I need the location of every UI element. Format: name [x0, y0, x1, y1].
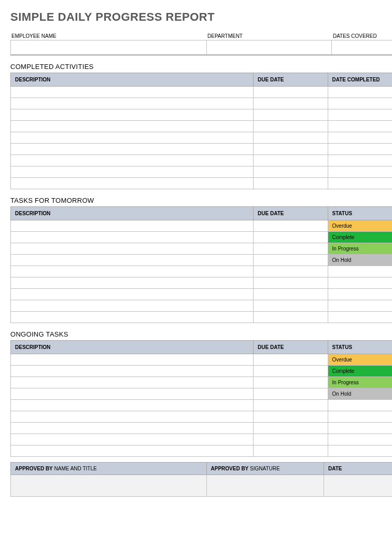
done-cell[interactable] — [328, 155, 392, 166]
approval-by-input[interactable] — [11, 475, 207, 496]
desc-cell[interactable] — [11, 231, 254, 243]
due-cell[interactable] — [254, 97, 328, 109]
department-input[interactable] — [206, 40, 332, 55]
status-cell[interactable]: Overdue — [328, 220, 392, 231]
table-row: In Progress — [11, 376, 393, 388]
table-row — [11, 311, 393, 323]
done-cell[interactable] — [328, 143, 392, 155]
status-cell[interactable]: On Hold — [328, 388, 392, 399]
desc-cell[interactable] — [11, 311, 254, 323]
desc-cell[interactable] — [11, 266, 254, 277]
desc-cell[interactable] — [11, 365, 254, 376]
desc-cell[interactable] — [11, 120, 254, 132]
due-cell[interactable] — [254, 132, 328, 143]
due-cell[interactable] — [254, 445, 328, 456]
department-label: DEPARTMENT — [206, 33, 332, 40]
table-row — [11, 288, 393, 300]
status-cell[interactable]: In Progress — [328, 243, 392, 254]
desc-cell[interactable] — [11, 411, 254, 422]
desc-cell[interactable] — [11, 434, 254, 445]
due-cell[interactable] — [254, 434, 328, 445]
done-cell[interactable] — [328, 109, 392, 120]
desc-cell[interactable] — [11, 376, 254, 388]
due-cell[interactable] — [254, 143, 328, 155]
due-cell[interactable] — [254, 254, 328, 266]
due-cell[interactable] — [254, 231, 328, 243]
status-cell[interactable] — [328, 277, 392, 288]
due-cell[interactable] — [254, 266, 328, 277]
desc-cell[interactable] — [11, 143, 254, 155]
due-cell[interactable] — [254, 120, 328, 132]
approval-signature-input[interactable] — [206, 475, 324, 496]
due-cell[interactable] — [254, 354, 328, 365]
approval-date-input[interactable] — [324, 475, 393, 496]
status-cell[interactable] — [328, 311, 392, 323]
tomorrow-table: DESCRIPTION DUE DATE STATUS OverdueCompl… — [10, 206, 392, 323]
done-cell[interactable] — [328, 177, 392, 189]
due-cell[interactable] — [254, 288, 328, 300]
status-cell[interactable] — [328, 422, 392, 434]
due-cell[interactable] — [254, 220, 328, 231]
status-cell[interactable]: On Hold — [328, 254, 392, 266]
desc-cell[interactable] — [11, 445, 254, 456]
desc-cell[interactable] — [11, 399, 254, 411]
due-cell[interactable] — [254, 300, 328, 311]
table-row: Complete — [11, 231, 393, 243]
status-cell[interactable] — [328, 411, 392, 422]
due-cell[interactable] — [254, 277, 328, 288]
due-cell[interactable] — [254, 388, 328, 399]
desc-cell[interactable] — [11, 132, 254, 143]
done-cell[interactable] — [328, 120, 392, 132]
desc-cell[interactable] — [11, 109, 254, 120]
status-cell[interactable]: Complete — [328, 365, 392, 376]
status-cell[interactable] — [328, 288, 392, 300]
status-cell[interactable]: Overdue — [328, 354, 392, 365]
done-cell[interactable] — [328, 132, 392, 143]
due-cell[interactable] — [254, 243, 328, 254]
employee-name-input[interactable] — [11, 40, 207, 55]
table-row — [11, 120, 393, 132]
done-cell[interactable] — [328, 166, 392, 177]
status-cell[interactable] — [328, 445, 392, 456]
due-cell[interactable] — [254, 109, 328, 120]
page-title: SIMPLE DAILY PROGRESS REPORT — [10, 10, 392, 24]
desc-cell[interactable] — [11, 243, 254, 254]
approval-by-label: APPROVED BY NAME AND TITLE — [11, 462, 207, 475]
tomorrow-col-due: DUE DATE — [254, 206, 328, 220]
desc-cell[interactable] — [11, 354, 254, 365]
due-cell[interactable] — [254, 376, 328, 388]
due-cell[interactable] — [254, 166, 328, 177]
due-cell[interactable] — [254, 365, 328, 376]
status-cell[interactable] — [328, 434, 392, 445]
desc-cell[interactable] — [11, 288, 254, 300]
due-cell[interactable] — [254, 411, 328, 422]
desc-cell[interactable] — [11, 388, 254, 399]
employee-name-label: EMPLOYEE NAME — [10, 33, 206, 40]
desc-cell[interactable] — [11, 300, 254, 311]
desc-cell[interactable] — [11, 177, 254, 189]
due-cell[interactable] — [254, 399, 328, 411]
desc-cell[interactable] — [11, 97, 254, 109]
done-cell[interactable] — [328, 86, 392, 97]
status-cell[interactable]: Complete — [328, 231, 392, 243]
desc-cell[interactable] — [11, 86, 254, 97]
desc-cell[interactable] — [11, 422, 254, 434]
status-cell[interactable]: In Progress — [328, 376, 392, 388]
status-cell[interactable] — [328, 266, 392, 277]
dates-covered-input[interactable] — [332, 40, 392, 55]
status-cell[interactable] — [328, 399, 392, 411]
desc-cell[interactable] — [11, 254, 254, 266]
status-cell[interactable] — [328, 300, 392, 311]
due-cell[interactable] — [254, 311, 328, 323]
desc-cell[interactable] — [11, 277, 254, 288]
desc-cell[interactable] — [11, 166, 254, 177]
due-cell[interactable] — [254, 422, 328, 434]
due-cell[interactable] — [254, 86, 328, 97]
table-row — [11, 399, 393, 411]
due-cell[interactable] — [254, 155, 328, 166]
desc-cell[interactable] — [11, 220, 254, 231]
due-cell[interactable] — [254, 177, 328, 189]
ongoing-col-due: DUE DATE — [254, 340, 328, 354]
done-cell[interactable] — [328, 97, 392, 109]
desc-cell[interactable] — [11, 155, 254, 166]
